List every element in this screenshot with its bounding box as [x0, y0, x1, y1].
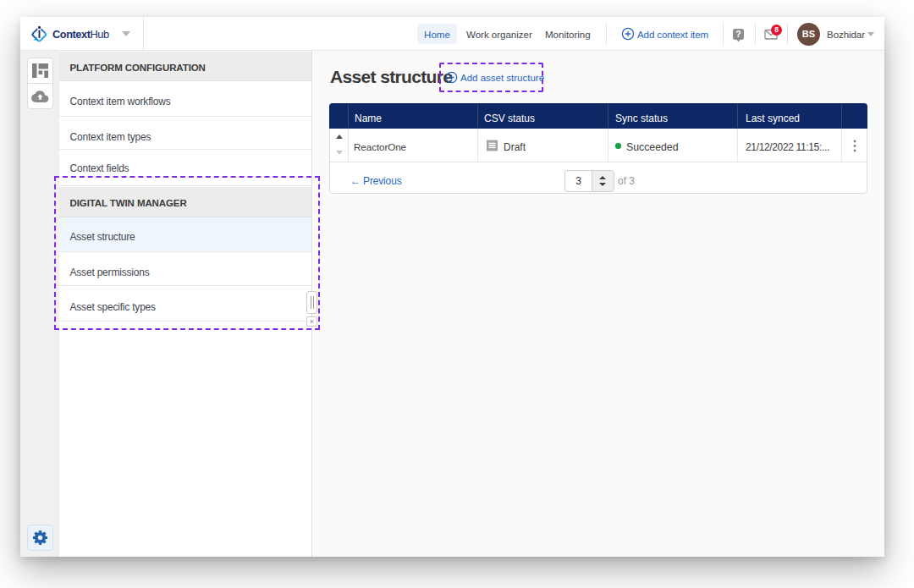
- svg-text:?: ?: [735, 29, 741, 39]
